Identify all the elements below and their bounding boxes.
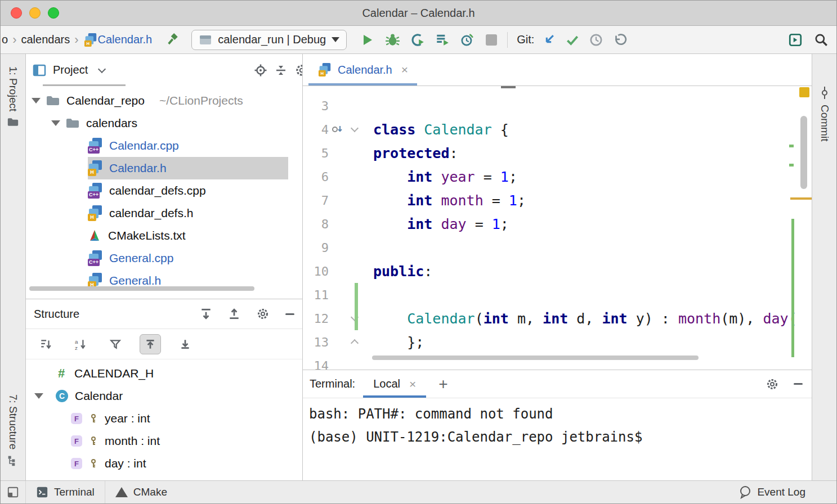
line-number[interactable]: 11 bbox=[303, 288, 329, 302]
collapse-all-icon[interactable] bbox=[228, 308, 240, 320]
cmake-icon bbox=[88, 229, 101, 242]
search-everywhere-icon[interactable] bbox=[814, 33, 829, 47]
structure-row-define[interactable]: # CALENDAR_H bbox=[26, 362, 302, 385]
terminal-tab-local[interactable]: Local × bbox=[363, 370, 426, 398]
chevron-down-icon[interactable] bbox=[98, 65, 106, 73]
line-number[interactable]: 13 bbox=[303, 335, 329, 349]
structure-row-field-year[interactable]: F year : int bbox=[26, 407, 302, 430]
gear-icon[interactable] bbox=[256, 307, 270, 321]
breadcrumb-file[interactable]: Calendar.h bbox=[98, 33, 153, 46]
line-number[interactable]: 9 bbox=[303, 241, 329, 255]
change-stripe-mark[interactable] bbox=[789, 164, 794, 166]
line-number[interactable]: 7 bbox=[303, 194, 329, 208]
build-hammer-icon[interactable] bbox=[165, 33, 180, 47]
structure-item-label: year : int bbox=[105, 412, 150, 425]
breadcrumb-calendars[interactable]: calendars bbox=[21, 33, 70, 46]
terminal-line: bash: PATH#: command not found bbox=[309, 406, 553, 422]
line-number[interactable]: 3 bbox=[303, 99, 329, 113]
tree-row-general-cpp[interactable]: C++ General.cpp bbox=[26, 247, 302, 269]
tool-window-quick-access[interactable] bbox=[1, 481, 26, 503]
inspection-status-square[interactable] bbox=[799, 87, 809, 97]
code-editor[interactable]: 3 4 class Calendar { 5 protected: 6 bbox=[303, 86, 812, 370]
change-stripe-mark[interactable] bbox=[789, 145, 794, 147]
tree-item-path: ~/CLionProjects bbox=[159, 94, 243, 107]
rollback-undo-icon[interactable] bbox=[612, 33, 627, 47]
chevron-expanded-icon[interactable] bbox=[51, 120, 60, 126]
structure-row-field-day[interactable]: F day : int bbox=[26, 452, 302, 475]
debug-button[interactable] bbox=[385, 32, 400, 47]
editor-horizontal-scrollbar[interactable] bbox=[372, 356, 699, 360]
structure-row-field-month[interactable]: F month : int bbox=[26, 430, 302, 452]
tool-stripe-commit[interactable]: Commit bbox=[812, 87, 836, 141]
override-marker-icon[interactable] bbox=[329, 125, 347, 134]
stop-button[interactable] bbox=[486, 34, 497, 46]
line-number[interactable]: 12 bbox=[303, 312, 329, 326]
git-commit-button[interactable] bbox=[565, 33, 580, 47]
autoscroll-from-source-button[interactable] bbox=[174, 334, 196, 354]
line-number[interactable]: 4 bbox=[303, 123, 329, 137]
statusbar-cmake-button[interactable]: CMake bbox=[105, 481, 177, 503]
run-configuration-select[interactable]: calendar_run | Debug bbox=[191, 30, 347, 50]
tree-row-calendar-defs-cpp[interactable]: C++ calendar_defs.cpp bbox=[26, 179, 302, 202]
tree-row-cmakelists[interactable]: CMakeLists.txt bbox=[26, 224, 302, 247]
profiler-button[interactable] bbox=[435, 33, 450, 47]
filter-icon[interactable] bbox=[105, 334, 126, 354]
expand-all-icon[interactable] bbox=[200, 308, 212, 320]
terminal-output[interactable]: bash: PATH#: command not found (base) UN… bbox=[303, 398, 812, 480]
close-window-button[interactable] bbox=[11, 7, 22, 19]
line-number[interactable]: 5 bbox=[303, 146, 329, 160]
fold-marker-icon[interactable] bbox=[347, 128, 362, 131]
collapse-all-icon[interactable] bbox=[274, 64, 288, 77]
run-with-coverage-button[interactable] bbox=[410, 33, 425, 47]
editor-tab-calendar-h[interactable]: H Calendar.h × bbox=[308, 54, 417, 86]
tree-row-calendar-h[interactable]: H Calendar.h bbox=[26, 157, 302, 179]
breadcrumb-clipped[interactable]: o bbox=[2, 33, 8, 46]
vcs-change-bar[interactable] bbox=[355, 283, 358, 330]
git-update-button[interactable] bbox=[542, 33, 556, 47]
change-stripe-bar[interactable] bbox=[791, 219, 794, 357]
hide-panel-icon[interactable] bbox=[794, 383, 803, 385]
chevron-expanded-icon[interactable] bbox=[34, 393, 43, 399]
new-terminal-session-button[interactable]: + bbox=[438, 376, 447, 392]
tree-item-label: calendar_defs.h bbox=[109, 206, 193, 220]
project-panel-title: Project bbox=[53, 64, 88, 76]
gear-icon[interactable] bbox=[766, 377, 779, 391]
event-log-button[interactable]: Event Log bbox=[729, 485, 805, 499]
statusbar-terminal-button[interactable]: Terminal bbox=[26, 481, 105, 503]
locate-target-icon[interactable] bbox=[254, 64, 267, 77]
tree-row-calendar-defs-h[interactable]: H calendar_defs.h bbox=[26, 202, 302, 224]
code-line: 12 Calendar(int m, int d, int y) : month… bbox=[303, 307, 812, 330]
line-number[interactable]: 8 bbox=[303, 217, 329, 231]
tree-row-calendar-repo[interactable]: Calendar_repo ~/CLionProjects bbox=[26, 89, 302, 112]
clion-window: Calendar – Calendar.h o › calendars › H … bbox=[0, 0, 837, 504]
line-number[interactable]: 10 bbox=[303, 264, 329, 278]
horizontal-scrollbar[interactable] bbox=[29, 286, 254, 291]
h-file-icon: H bbox=[88, 205, 102, 221]
titlebar: Calendar – Calendar.h bbox=[1, 1, 836, 26]
line-number[interactable]: 14 bbox=[303, 359, 329, 370]
tree-row-calendars[interactable]: calendars bbox=[26, 112, 302, 134]
close-tab-icon[interactable]: × bbox=[409, 377, 416, 391]
tool-stripe-structure[interactable]: 7: Structure bbox=[1, 394, 25, 466]
fold-marker-icon[interactable] bbox=[347, 340, 362, 344]
run-with-profiler-button[interactable] bbox=[460, 33, 475, 47]
gear-icon[interactable] bbox=[294, 63, 302, 78]
minimize-window-button[interactable] bbox=[29, 7, 41, 19]
sort-by-type-icon[interactable] bbox=[35, 334, 56, 354]
run-console-icon[interactable] bbox=[788, 33, 803, 47]
line-number[interactable]: 6 bbox=[303, 170, 329, 184]
warning-stripe-mark[interactable] bbox=[790, 197, 812, 200]
hide-panel-icon[interactable] bbox=[285, 313, 294, 315]
close-tab-icon[interactable]: × bbox=[401, 63, 408, 76]
autoscroll-to-source-button[interactable] bbox=[140, 334, 161, 354]
editor-vertical-scrollbar[interactable] bbox=[800, 116, 807, 189]
history-clock-icon[interactable] bbox=[589, 33, 603, 47]
sort-alphabetically-icon[interactable]: az bbox=[70, 334, 91, 354]
terminal-icon bbox=[36, 486, 48, 498]
tool-stripe-project[interactable]: 1: Project bbox=[1, 66, 25, 127]
structure-row-class[interactable]: C Calendar bbox=[26, 385, 302, 407]
chevron-expanded-icon[interactable] bbox=[32, 98, 41, 104]
run-button[interactable] bbox=[361, 33, 374, 47]
tree-row-calendar-cpp[interactable]: C++ Calendar.cpp bbox=[26, 134, 302, 157]
zoom-window-button[interactable] bbox=[48, 7, 59, 19]
